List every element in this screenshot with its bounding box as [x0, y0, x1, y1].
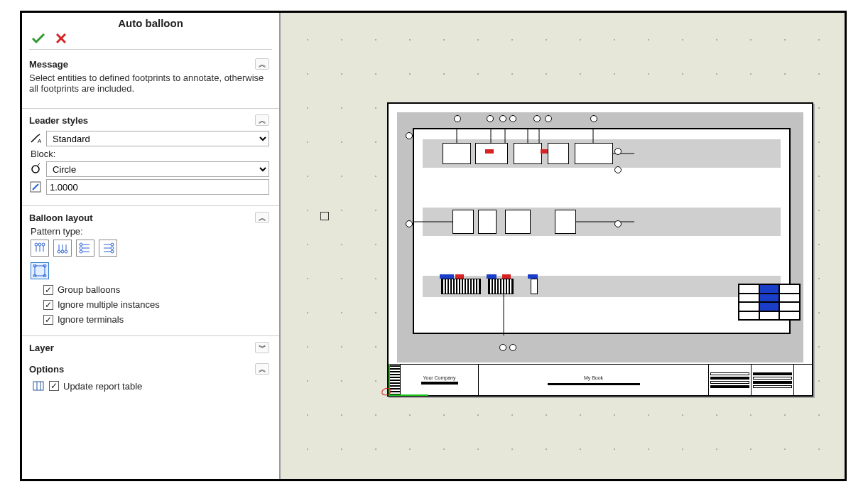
pattern-top-button[interactable]	[31, 240, 49, 257]
expand-icon[interactable]: ︾	[255, 342, 269, 353]
leader-style-icon: A	[29, 132, 42, 145]
balloon-layout-section: Balloon layout ︽ Pattern type:	[22, 205, 279, 331]
svg-point-14	[61, 250, 64, 253]
svg-point-20	[80, 247, 82, 249]
block-shape-dropdown[interactable]: Circle	[46, 161, 269, 177]
message-heading: Message	[29, 59, 68, 70]
scale-icon	[29, 181, 42, 193]
svg-point-25	[111, 243, 114, 246]
svg-point-26	[111, 247, 114, 249]
balloon-layout-heading: Balloon layout	[29, 213, 93, 223]
confirm-icon[interactable]	[32, 33, 45, 43]
leader-styles-section: Leader styles ︽ A Standard Block: Circle	[22, 108, 279, 201]
scale-input[interactable]	[46, 179, 269, 195]
panel-title: Auto balloon	[22, 13, 279, 32]
legend-table	[738, 284, 801, 321]
svg-rect-31	[35, 266, 45, 276]
sheet-title: My Book	[479, 375, 708, 380]
options-heading: Options	[29, 364, 64, 375]
collapse-icon[interactable]: ︽	[255, 58, 269, 70]
pattern-bottom-button[interactable]	[53, 240, 72, 257]
origin-x-axis-icon	[389, 394, 428, 396]
message-text: Select entities to defined footprints to…	[29, 72, 269, 100]
collapse-icon[interactable]: ︽	[255, 212, 269, 223]
block-label: Block:	[29, 149, 269, 159]
pattern-left-button[interactable]	[76, 240, 94, 257]
drawing-canvas[interactable]: Your Company My Book	[281, 13, 845, 479]
group-balloons-checkbox[interactable]: Group balloons	[29, 282, 269, 297]
leader-styles-heading: Leader styles	[29, 115, 88, 126]
title-block: Your Company My Book	[389, 364, 812, 395]
svg-point-13	[58, 250, 60, 253]
drawing-sheet: Your Company My Book	[387, 102, 813, 397]
svg-point-9	[42, 243, 45, 246]
canvas-glyph-icon	[320, 212, 329, 220]
block-shape-icon	[29, 163, 42, 176]
collapse-icon[interactable]: ︽	[255, 114, 269, 126]
svg-point-21	[80, 250, 82, 253]
pattern-right-button[interactable]	[99, 240, 117, 257]
ignore-terminals-checkbox[interactable]: Ignore terminals	[29, 312, 269, 327]
svg-point-8	[38, 243, 41, 246]
svg-point-19	[80, 243, 82, 246]
pattern-type-label: Pattern type:	[29, 226, 269, 237]
update-report-checkbox[interactable]	[49, 381, 59, 391]
svg-point-27	[111, 250, 114, 253]
svg-line-6	[33, 184, 38, 190]
svg-rect-36	[33, 382, 43, 390]
collapse-icon[interactable]: ︽	[255, 363, 269, 375]
options-section: Options ︽ Update report table	[22, 360, 279, 399]
leader-style-dropdown[interactable]: Standard	[46, 131, 269, 146]
svg-point-15	[65, 250, 67, 253]
table-icon	[32, 380, 45, 392]
company-name: Your Company	[401, 375, 478, 380]
svg-line-4	[38, 163, 40, 166]
property-panel: Auto balloon Message ︽ Select entities t…	[22, 13, 281, 479]
layer-section: Layer ︾	[22, 335, 279, 360]
panel-enclosure	[413, 128, 791, 334]
pattern-square-button[interactable]	[31, 262, 49, 279]
message-section: Message ︽ Select entities to defined foo…	[22, 55, 279, 104]
ignore-multiple-checkbox[interactable]: Ignore multiple instances	[29, 297, 269, 312]
svg-point-7	[35, 243, 38, 246]
svg-text:A: A	[38, 138, 41, 144]
layer-heading: Layer	[29, 343, 54, 353]
svg-point-3	[32, 166, 39, 173]
cancel-icon[interactable]	[56, 33, 66, 43]
